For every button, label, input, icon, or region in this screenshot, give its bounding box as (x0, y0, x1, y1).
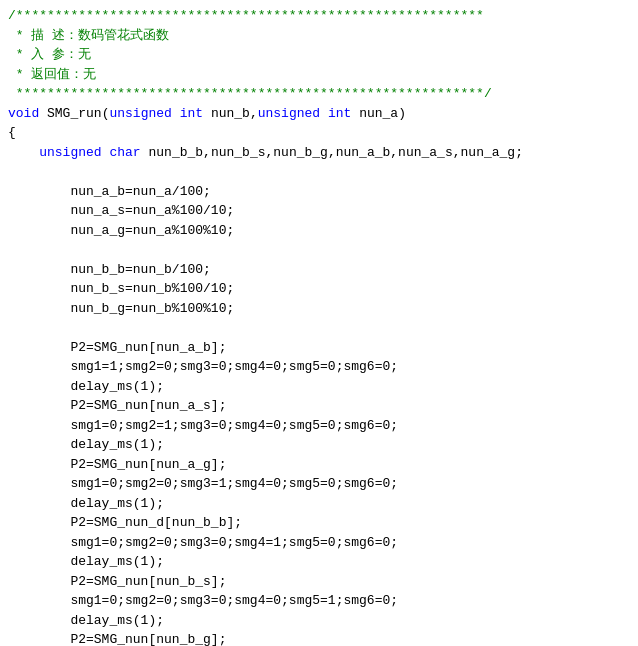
code-line: P2=SMG_nun_d[nun_b_b]; (8, 513, 630, 533)
code-line: unsigned char nun_b_b,nun_b_s,nun_b_g,nu… (8, 143, 630, 163)
code-line: nun_b_b=nun_b/100; (8, 260, 630, 280)
code-line: smg1=0;smg2=0;smg3=0;smg4=1;smg5=0;smg6=… (8, 533, 630, 553)
code-line: nun_a_s=nun_a%100/10; (8, 201, 630, 221)
code-line: * 描 述：数码管花式函数 (8, 26, 630, 46)
code-line: nun_b_s=nun_b%100/10; (8, 279, 630, 299)
code-line: ****************************************… (8, 84, 630, 104)
code-line (8, 240, 630, 260)
code-line: * 返回值：无 (8, 65, 630, 85)
code-line: smg1=1;smg2=0;smg3=0;smg4=0;smg5=0;smg6=… (8, 357, 630, 377)
code-line: * 入 参：无 (8, 45, 630, 65)
code-line: delay_ms(1); (8, 611, 630, 631)
code-line: nun_a_b=nun_a/100; (8, 182, 630, 202)
code-editor: /***************************************… (0, 0, 638, 646)
code-line (8, 162, 630, 182)
code-content: /***************************************… (0, 4, 638, 646)
code-line: P2=SMG_nun[nun_a_s]; (8, 396, 630, 416)
code-line: { (8, 123, 630, 143)
code-line: /***************************************… (8, 6, 630, 26)
code-line: void SMG_run(unsigned int nun_b,unsigned… (8, 104, 630, 124)
code-line: P2=SMG_nun[nun_b_g]; (8, 630, 630, 646)
code-line: delay_ms(1); (8, 494, 630, 514)
code-line: P2=SMG_nun[nun_a_g]; (8, 455, 630, 475)
code-line: smg1=0;smg2=0;smg3=0;smg4=0;smg5=1;smg6=… (8, 591, 630, 611)
code-line: delay_ms(1); (8, 552, 630, 572)
code-line: delay_ms(1); (8, 435, 630, 455)
code-line: nun_b_g=nun_b%100%10; (8, 299, 630, 319)
code-line: P2=SMG_nun[nun_b_s]; (8, 572, 630, 592)
code-line (8, 318, 630, 338)
code-line: delay_ms(1); (8, 377, 630, 397)
code-line: smg1=0;smg2=1;smg3=0;smg4=0;smg5=0;smg6=… (8, 416, 630, 436)
code-line: P2=SMG_nun[nun_a_b]; (8, 338, 630, 358)
code-line: smg1=0;smg2=0;smg3=1;smg4=0;smg5=0;smg6=… (8, 474, 630, 494)
code-line: nun_a_g=nun_a%100%10; (8, 221, 630, 241)
